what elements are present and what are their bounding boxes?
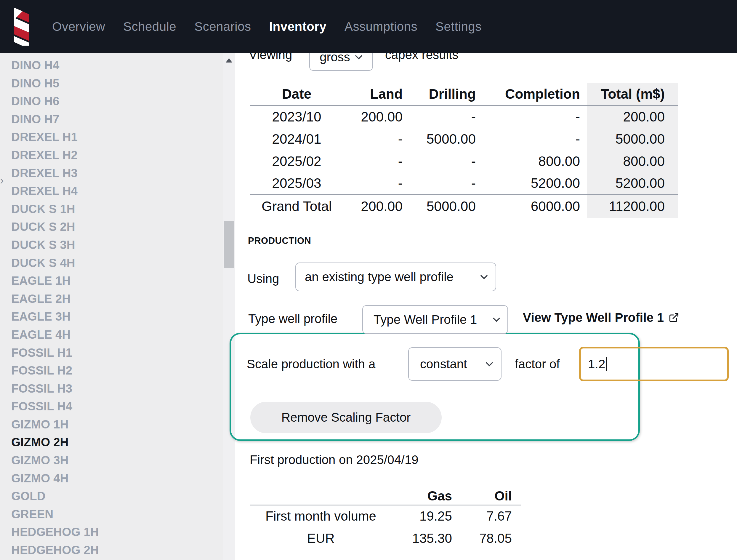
- sidebar-item-well[interactable]: DINO H6: [0, 92, 223, 110]
- capex-row: 2023/10200.00--200.00: [250, 105, 678, 128]
- sidebar-item-well[interactable]: GIZMO 4H: [0, 469, 223, 487]
- nav-item-inventory[interactable]: Inventory: [269, 20, 327, 34]
- capex-cell: -: [483, 105, 587, 128]
- sidebar-item-well[interactable]: HEDGEHOG 3H: [0, 559, 223, 560]
- capex-cell: 2025/03: [250, 172, 344, 194]
- sidebar-item-well[interactable]: DUCK S 1H: [0, 200, 223, 218]
- app-window: OverviewScheduleScenariosInventoryAssump…: [0, 0, 737, 560]
- scrollbar-thumb[interactable]: [224, 221, 234, 268]
- scale-type-select[interactable]: constant: [408, 347, 501, 381]
- production-results-row-label: EUR: [250, 527, 392, 549]
- sidebar-item-well[interactable]: DUCK S 4H: [0, 254, 223, 272]
- nav-item-schedule[interactable]: Schedule: [123, 20, 176, 34]
- nav-item-overview[interactable]: Overview: [52, 20, 105, 34]
- sidebar-item-well[interactable]: FOSSIL H2: [0, 361, 223, 380]
- sidebar-item-well[interactable]: GIZMO 3H: [0, 451, 223, 469]
- capex-cell: 800.00: [587, 150, 678, 172]
- capex-cell: -: [410, 150, 483, 172]
- production-source-value: an existing type well profile: [305, 270, 453, 284]
- scale-production-label: Scale production with a: [247, 357, 375, 371]
- type-well-profile-value: Type Well Profile 1: [373, 313, 477, 327]
- nav-items: OverviewScheduleScenariosInventoryAssump…: [52, 20, 482, 34]
- production-results-column-header: Gas: [392, 487, 455, 505]
- capex-row: 2025/03--5200.005200.00: [250, 172, 678, 194]
- capex-cell: 200.00: [344, 105, 410, 128]
- well-list-sidebar: DINO H4DINO H5DINO H6DINO H7DREXEL H1DRE…: [0, 53, 223, 560]
- sidebar-item-well[interactable]: DREXEL H2: [0, 146, 223, 164]
- sidebar-item-well[interactable]: GIZMO 1H: [0, 415, 223, 433]
- capex-cell: 5000.00: [587, 128, 678, 150]
- sidebar-item-well[interactable]: GIZMO 2H: [0, 433, 223, 451]
- sidebar-item-well[interactable]: HEDGEHOG 2H: [0, 541, 223, 559]
- factor-of-label: factor of: [515, 357, 560, 371]
- production-results-row: EUR135.3078.05: [250, 527, 521, 549]
- sidebar-item-well[interactable]: DINO H5: [0, 74, 223, 92]
- sidebar-item-well[interactable]: EAGLE 2H: [0, 290, 223, 308]
- capex-cell: -: [410, 172, 483, 194]
- nav-item-scenarios[interactable]: Scenarios: [194, 20, 251, 34]
- capex-grand-total-cell: 5000.00: [410, 194, 483, 218]
- production-results-gas-cell: 19.25: [392, 505, 455, 527]
- app-logo-icon: [13, 8, 30, 46]
- view-type-well-profile-link[interactable]: View Type Well Profile 1: [523, 311, 679, 325]
- chevron-down-icon: [355, 55, 363, 60]
- capex-table: DateLandDrillingCompletionTotal (m$) 202…: [250, 83, 678, 218]
- capex-cell: 2023/10: [250, 105, 344, 128]
- sidebar-item-well[interactable]: EAGLE 3H: [0, 308, 223, 326]
- capex-cell: 2024/01: [250, 128, 344, 150]
- sidebar-item-well[interactable]: DINO H7: [0, 110, 223, 128]
- sidebar-item-well[interactable]: DREXEL H3: [0, 164, 223, 182]
- text-cursor: [606, 357, 607, 371]
- sidebar-item-well[interactable]: DUCK S 3H: [0, 236, 223, 254]
- capex-grand-total-cell: 6000.00: [483, 194, 587, 218]
- nav-item-settings[interactable]: Settings: [435, 20, 482, 34]
- well-list: DINO H4DINO H5DINO H6DINO H7DREXEL H1DRE…: [0, 56, 223, 560]
- sidebar-item-well[interactable]: EAGLE 1H: [0, 272, 223, 290]
- production-results-header-spacer: [250, 487, 392, 505]
- sidebar-item-well[interactable]: DUCK S 2H: [0, 218, 223, 236]
- nav-item-assumptions[interactable]: Assumptions: [345, 20, 417, 34]
- chevron-down-icon: [493, 317, 500, 322]
- capex-cell: 200.00: [587, 105, 678, 128]
- remove-scaling-factor-button[interactable]: Remove Scaling Factor: [250, 402, 442, 433]
- capex-cell: 5200.00: [483, 172, 587, 194]
- sidebar-item-well[interactable]: DINO H4: [0, 56, 223, 74]
- capex-column-header: Land: [344, 83, 410, 105]
- capex-cell: 2025/02: [250, 150, 344, 172]
- chevron-down-icon: [485, 362, 493, 367]
- production-results-row-label: First month volume: [250, 505, 392, 527]
- first-production-text: First production on 2025/04/19: [250, 453, 418, 467]
- production-results-oil-cell: 78.05: [455, 527, 521, 549]
- production-source-select[interactable]: an existing type well profile: [295, 263, 496, 291]
- capex-column-header: Total (m$): [587, 83, 678, 105]
- capex-row: 2024/01-5000.00-5000.00: [250, 128, 678, 150]
- scale-type-value: constant: [420, 357, 467, 371]
- production-results-table: GasOil First month volume19.257.67EUR135…: [250, 487, 521, 549]
- capex-grand-total-cell: 11200.00: [587, 194, 678, 218]
- production-results-gas-cell: 135.30: [392, 527, 455, 549]
- sidebar-item-well[interactable]: EAGLE 4H: [0, 326, 223, 344]
- sidebar-item-well[interactable]: DREXEL H4: [0, 182, 223, 200]
- sidebar-item-well[interactable]: FOSSIL H3: [0, 380, 223, 398]
- capex-cell: 5200.00: [587, 172, 678, 194]
- sidebar-item-well[interactable]: FOSSIL H4: [0, 397, 223, 415]
- type-well-profile-select[interactable]: Type Well Profile 1: [362, 305, 508, 334]
- scale-factor-input[interactable]: 1.2: [579, 347, 729, 381]
- capex-grand-total-cell: 200.00: [344, 194, 410, 218]
- scroll-up-icon[interactable]: [226, 58, 232, 63]
- sidebar-item-well[interactable]: GOLD: [0, 487, 223, 505]
- chevron-down-icon: [480, 275, 488, 279]
- sidebar-item-well[interactable]: HEDGEHOG 1H: [0, 523, 223, 541]
- sidebar-item-well[interactable]: GREEN: [0, 505, 223, 523]
- content-scrollbar[interactable]: [223, 53, 235, 560]
- sidebar-collapse-icon[interactable]: ›: [0, 174, 4, 187]
- sidebar-item-well[interactable]: FOSSIL H1: [0, 344, 223, 362]
- external-link-icon: [669, 312, 679, 323]
- top-nav: OverviewScheduleScenariosInventoryAssump…: [0, 0, 737, 53]
- sidebar-item-well[interactable]: DREXEL H1: [0, 128, 223, 146]
- type-well-profile-label: Type well profile: [248, 312, 338, 326]
- capex-cell: 5000.00: [410, 128, 483, 150]
- capex-cell: -: [344, 172, 410, 194]
- production-results-row: First month volume19.257.67: [250, 505, 521, 527]
- capex-row: 2025/02--800.00800.00: [250, 150, 678, 172]
